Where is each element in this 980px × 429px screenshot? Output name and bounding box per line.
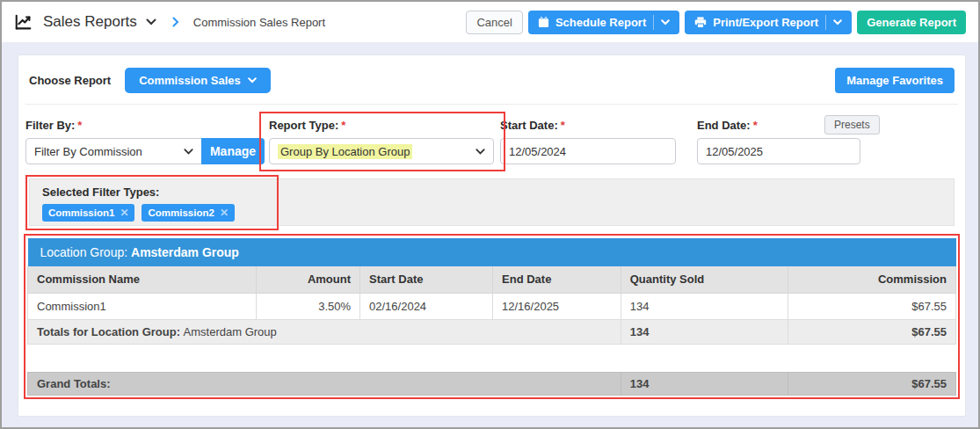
grand-totals-commission: $67.55: [788, 372, 955, 395]
report-card: Choose Report Commission Sales Manage Fa…: [18, 55, 966, 417]
column-header-commission-name: Commission Name: [28, 266, 257, 293]
selected-filter-types-section: Selected Filter Types: Commission1 ✕ Com…: [29, 178, 955, 226]
chevron-down-icon[interactable]: [661, 19, 670, 25]
button-divider: [653, 15, 654, 30]
start-date-value: 12/05/2024: [509, 145, 566, 158]
print-export-report-button[interactable]: Print/Export Report: [685, 11, 852, 34]
choose-report-label: Choose Report: [29, 74, 111, 87]
filter-by-label: Filter By:*: [25, 119, 82, 132]
report-type-select[interactable]: Group By Location Group: [269, 138, 494, 164]
cell-commission-name: Commission1: [28, 293, 257, 319]
report-table-section: Location Group: Amsterdam Group Commissi…: [27, 238, 956, 396]
presets-label: Presets: [834, 119, 870, 131]
breadcrumb-chevron-right-icon: [172, 17, 179, 27]
column-header-end-date: End Date: [493, 266, 621, 293]
button-divider: [825, 15, 826, 30]
required-asterisk: *: [341, 119, 345, 132]
start-date-label: Start Date:*: [500, 119, 565, 132]
end-date-input[interactable]: 12/05/2025: [697, 138, 860, 164]
cancel-button[interactable]: Cancel: [466, 11, 522, 34]
required-asterisk: *: [561, 119, 565, 132]
grand-totals-quantity-sold: 134: [621, 372, 788, 395]
schedule-report-button[interactable]: Schedule Report: [528, 11, 679, 34]
cell-end-date: 12/16/2025: [493, 293, 621, 319]
filter-chip-commission1[interactable]: Commission1 ✕: [42, 204, 134, 222]
report-type-label: Report Type:*: [269, 119, 345, 132]
manage-favorites-label: Manage Favorites: [846, 74, 943, 87]
table-row: Commission1 3.50% 02/16/2024 12/16/2025 …: [28, 293, 956, 319]
top-navigation-bar: Sales Reports Commission Sales Report Ca…: [2, 2, 978, 42]
generate-report-button[interactable]: Generate Report: [857, 11, 966, 34]
filter-chips: Commission1 ✕ Commission2 ✕: [42, 204, 941, 222]
location-group-totals-row: Totals for Location Group: Amsterdam Gro…: [28, 319, 956, 344]
close-icon[interactable]: ✕: [120, 207, 128, 219]
close-icon[interactable]: ✕: [220, 207, 229, 219]
totals-quantity-sold: 134: [621, 319, 788, 344]
end-date-label: End Date:*: [697, 119, 758, 132]
filter-by-select[interactable]: Filter By Commission: [25, 138, 202, 164]
report-select-button[interactable]: Commission Sales: [125, 68, 271, 93]
report-type-value: Group By Location Group: [278, 144, 412, 159]
totals-label-cell: Totals for Location Group: Amsterdam Gro…: [28, 319, 621, 344]
required-asterisk: *: [77, 119, 82, 132]
totals-commission: $67.55: [788, 319, 955, 344]
print-export-report-label: Print/Export Report: [713, 16, 818, 29]
spacer-row: [28, 344, 956, 372]
selected-filter-types-label: Selected Filter Types:: [42, 185, 941, 199]
cell-amount: 3.50%: [256, 293, 359, 319]
chevron-down-icon[interactable]: [833, 19, 842, 25]
chevron-down-icon: [475, 149, 485, 155]
column-header-commission: Commission: [788, 266, 955, 293]
table-column-header-row: Commission Name Amount Start Date End Da…: [28, 266, 956, 293]
calendar-icon: [538, 17, 549, 28]
location-group-name: Amsterdam Group: [131, 245, 239, 259]
manage-filter-button[interactable]: Manage: [201, 138, 265, 164]
grand-totals-row: Grand Totals: 134 $67.55: [28, 372, 956, 395]
required-asterisk: *: [753, 119, 758, 132]
selected-report-label: Commission Sales: [139, 74, 241, 87]
grand-totals-label: Grand Totals:: [28, 372, 621, 395]
chevron-down-icon: [248, 77, 257, 84]
printer-icon: [694, 17, 707, 28]
totals-group-name: Amsterdam Group: [184, 325, 277, 338]
column-header-quantity-sold: Quantity Sold: [621, 266, 788, 293]
column-header-amount: Amount: [256, 266, 359, 293]
location-group-header: Location Group: Amsterdam Group: [28, 238, 956, 266]
breadcrumb: Commission Sales Report: [193, 16, 325, 29]
chevron-down-icon: [184, 149, 193, 155]
chip-label: Commission2: [148, 207, 214, 218]
presets-button[interactable]: Presets: [824, 115, 880, 135]
filter-chip-commission2[interactable]: Commission2 ✕: [142, 204, 234, 222]
start-date-input[interactable]: 12/05/2024: [500, 138, 676, 164]
cell-quantity-sold: 134: [621, 293, 788, 319]
chip-label: Commission1: [48, 207, 114, 218]
cancel-button-label: Cancel: [476, 16, 512, 29]
commission-report-table: Location Group: Amsterdam Group Commissi…: [27, 238, 956, 396]
choose-report-row: Choose Report Commission Sales Manage Fa…: [25, 66, 958, 105]
page-title: Sales Reports: [43, 13, 137, 31]
location-group-title: Location Group: Amsterdam Group: [28, 238, 956, 266]
schedule-report-label: Schedule Report: [555, 16, 646, 29]
filter-row: Filter By:* Filter By Commission Manage …: [25, 112, 958, 175]
cell-start-date: 02/16/2024: [360, 293, 493, 319]
chart-line-icon: [14, 14, 33, 31]
manage-favorites-button[interactable]: Manage Favorites: [835, 68, 955, 93]
filter-by-value: Filter By Commission: [34, 145, 142, 158]
manage-filter-label: Manage: [210, 144, 256, 158]
cell-commission: $67.55: [788, 293, 955, 319]
column-header-start-date: Start Date: [360, 266, 493, 293]
generate-report-label: Generate Report: [867, 16, 956, 29]
end-date-value: 12/05/2025: [706, 145, 763, 158]
selected-filter-types-panel: Selected Filter Types: Commission1 ✕ Com…: [29, 178, 955, 226]
chevron-down-icon[interactable]: [146, 18, 156, 25]
